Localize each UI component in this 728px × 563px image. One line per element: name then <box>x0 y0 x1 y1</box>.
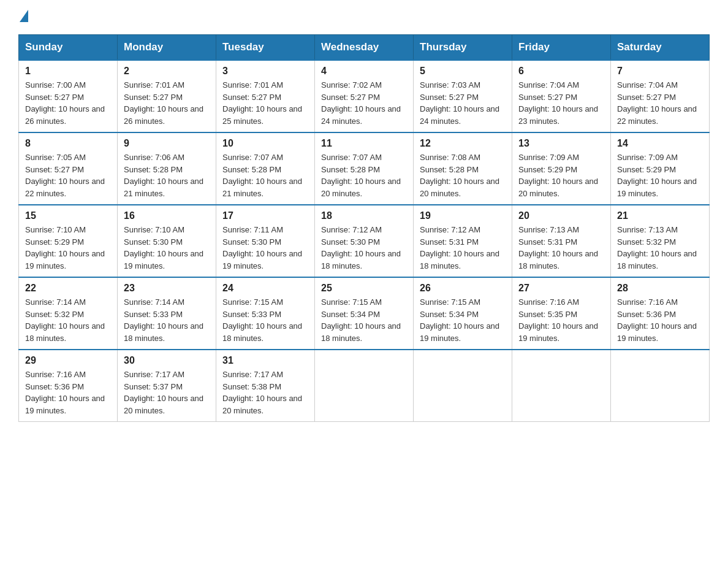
calendar-cell <box>315 350 414 422</box>
day-number: 27 <box>518 283 604 294</box>
day-number: 8 <box>25 138 111 149</box>
day-info: Sunrise: 7:01 AM Sunset: 5:27 PM Dayligh… <box>124 79 210 127</box>
day-number: 29 <box>25 355 111 366</box>
col-sunday: Sunday <box>19 35 118 61</box>
day-number: 2 <box>124 66 210 77</box>
day-number: 1 <box>25 66 111 77</box>
day-number: 13 <box>518 138 604 149</box>
day-info: Sunrise: 7:05 AM Sunset: 5:27 PM Dayligh… <box>25 151 111 199</box>
day-number: 3 <box>222 66 308 77</box>
day-number: 24 <box>222 283 308 294</box>
calendar-cell: 16 Sunrise: 7:10 AM Sunset: 5:30 PM Dayl… <box>118 205 216 277</box>
col-saturday: Saturday <box>611 35 710 61</box>
day-info: Sunrise: 7:09 AM Sunset: 5:29 PM Dayligh… <box>617 151 703 199</box>
day-number: 31 <box>222 355 308 366</box>
day-info: Sunrise: 7:15 AM Sunset: 5:33 PM Dayligh… <box>222 296 308 344</box>
calendar-cell: 30 Sunrise: 7:17 AM Sunset: 5:37 PM Dayl… <box>118 350 216 422</box>
calendar-cell: 29 Sunrise: 7:16 AM Sunset: 5:36 PM Dayl… <box>19 350 118 422</box>
day-number: 10 <box>222 138 308 149</box>
day-number: 26 <box>420 283 506 294</box>
day-number: 6 <box>518 66 604 77</box>
day-info: Sunrise: 7:15 AM Sunset: 5:34 PM Dayligh… <box>321 296 407 344</box>
calendar-cell: 25 Sunrise: 7:15 AM Sunset: 5:34 PM Dayl… <box>315 277 414 350</box>
day-number: 9 <box>124 138 210 149</box>
day-number: 21 <box>617 210 703 221</box>
calendar-cell: 13 Sunrise: 7:09 AM Sunset: 5:29 PM Dayl… <box>512 132 611 205</box>
calendar-cell: 14 Sunrise: 7:09 AM Sunset: 5:29 PM Dayl… <box>611 132 710 205</box>
calendar-cell: 17 Sunrise: 7:11 AM Sunset: 5:30 PM Dayl… <box>216 205 315 277</box>
day-info: Sunrise: 7:13 AM Sunset: 5:32 PM Dayligh… <box>617 224 703 272</box>
calendar-cell: 12 Sunrise: 7:08 AM Sunset: 5:28 PM Dayl… <box>414 132 512 205</box>
calendar-cell: 8 Sunrise: 7:05 AM Sunset: 5:27 PM Dayli… <box>19 132 118 205</box>
calendar-cell: 2 Sunrise: 7:01 AM Sunset: 5:27 PM Dayli… <box>118 60 216 132</box>
calendar-cell: 19 Sunrise: 7:12 AM Sunset: 5:31 PM Dayl… <box>414 205 512 277</box>
day-info: Sunrise: 7:01 AM Sunset: 5:27 PM Dayligh… <box>222 79 308 127</box>
calendar-cell: 26 Sunrise: 7:15 AM Sunset: 5:34 PM Dayl… <box>414 277 512 350</box>
day-number: 30 <box>124 355 210 366</box>
col-thursday: Thursday <box>414 35 512 61</box>
header-row: Sunday Monday Tuesday Wednesday Thursday… <box>19 35 710 61</box>
day-info: Sunrise: 7:17 AM Sunset: 5:38 PM Dayligh… <box>222 369 308 416</box>
day-info: Sunrise: 7:03 AM Sunset: 5:27 PM Dayligh… <box>420 79 506 127</box>
calendar-cell: 9 Sunrise: 7:06 AM Sunset: 5:28 PM Dayli… <box>118 132 216 205</box>
col-tuesday: Tuesday <box>216 35 315 61</box>
header-area <box>18 12 710 23</box>
day-info: Sunrise: 7:16 AM Sunset: 5:35 PM Dayligh… <box>518 296 604 344</box>
day-number: 16 <box>124 210 210 221</box>
day-info: Sunrise: 7:08 AM Sunset: 5:28 PM Dayligh… <box>420 151 506 199</box>
day-number: 23 <box>124 283 210 294</box>
day-info: Sunrise: 7:12 AM Sunset: 5:30 PM Dayligh… <box>321 224 407 272</box>
day-number: 22 <box>25 283 111 294</box>
day-info: Sunrise: 7:07 AM Sunset: 5:28 PM Dayligh… <box>321 151 407 199</box>
day-number: 25 <box>321 283 407 294</box>
calendar-cell: 5 Sunrise: 7:03 AM Sunset: 5:27 PM Dayli… <box>414 60 512 132</box>
day-info: Sunrise: 7:12 AM Sunset: 5:31 PM Dayligh… <box>420 224 506 272</box>
calendar-cell: 6 Sunrise: 7:04 AM Sunset: 5:27 PM Dayli… <box>512 60 611 132</box>
calendar-cell: 31 Sunrise: 7:17 AM Sunset: 5:38 PM Dayl… <box>216 350 315 422</box>
day-number: 28 <box>617 283 703 294</box>
day-info: Sunrise: 7:10 AM Sunset: 5:30 PM Dayligh… <box>124 224 210 272</box>
col-friday: Friday <box>512 35 611 61</box>
day-info: Sunrise: 7:09 AM Sunset: 5:29 PM Dayligh… <box>518 151 604 199</box>
day-info: Sunrise: 7:04 AM Sunset: 5:27 PM Dayligh… <box>617 79 703 127</box>
day-number: 15 <box>25 210 111 221</box>
week-row-2: 8 Sunrise: 7:05 AM Sunset: 5:27 PM Dayli… <box>19 132 710 205</box>
calendar-cell: 22 Sunrise: 7:14 AM Sunset: 5:32 PM Dayl… <box>19 277 118 350</box>
calendar-cell: 10 Sunrise: 7:07 AM Sunset: 5:28 PM Dayl… <box>216 132 315 205</box>
day-info: Sunrise: 7:10 AM Sunset: 5:29 PM Dayligh… <box>25 224 111 272</box>
day-info: Sunrise: 7:16 AM Sunset: 5:36 PM Dayligh… <box>617 296 703 344</box>
day-info: Sunrise: 7:13 AM Sunset: 5:31 PM Dayligh… <box>518 224 604 272</box>
calendar-cell: 23 Sunrise: 7:14 AM Sunset: 5:33 PM Dayl… <box>118 277 216 350</box>
week-row-3: 15 Sunrise: 7:10 AM Sunset: 5:29 PM Dayl… <box>19 205 710 277</box>
col-wednesday: Wednesday <box>315 35 414 61</box>
day-number: 7 <box>617 66 703 77</box>
day-info: Sunrise: 7:14 AM Sunset: 5:33 PM Dayligh… <box>124 296 210 344</box>
day-info: Sunrise: 7:06 AM Sunset: 5:28 PM Dayligh… <box>124 151 210 199</box>
calendar-cell: 18 Sunrise: 7:12 AM Sunset: 5:30 PM Dayl… <box>315 205 414 277</box>
calendar-cell <box>512 350 611 422</box>
calendar-cell <box>414 350 512 422</box>
day-info: Sunrise: 7:00 AM Sunset: 5:27 PM Dayligh… <box>25 79 111 127</box>
col-monday: Monday <box>118 35 216 61</box>
day-info: Sunrise: 7:04 AM Sunset: 5:27 PM Dayligh… <box>518 79 604 127</box>
day-info: Sunrise: 7:15 AM Sunset: 5:34 PM Dayligh… <box>420 296 506 344</box>
day-number: 18 <box>321 210 407 221</box>
day-info: Sunrise: 7:17 AM Sunset: 5:37 PM Dayligh… <box>124 369 210 416</box>
day-number: 5 <box>420 66 506 77</box>
calendar-cell: 15 Sunrise: 7:10 AM Sunset: 5:29 PM Dayl… <box>19 205 118 277</box>
calendar-cell: 11 Sunrise: 7:07 AM Sunset: 5:28 PM Dayl… <box>315 132 414 205</box>
calendar-cell: 1 Sunrise: 7:00 AM Sunset: 5:27 PM Dayli… <box>19 60 118 132</box>
week-row-5: 29 Sunrise: 7:16 AM Sunset: 5:36 PM Dayl… <box>19 350 710 422</box>
logo-area <box>18 12 29 23</box>
calendar-table: Sunday Monday Tuesday Wednesday Thursday… <box>18 34 710 422</box>
day-number: 14 <box>617 138 703 149</box>
week-row-1: 1 Sunrise: 7:00 AM Sunset: 5:27 PM Dayli… <box>19 60 710 132</box>
calendar-cell: 4 Sunrise: 7:02 AM Sunset: 5:27 PM Dayli… <box>315 60 414 132</box>
day-number: 17 <box>222 210 308 221</box>
day-number: 11 <box>321 138 407 149</box>
calendar-cell: 24 Sunrise: 7:15 AM Sunset: 5:33 PM Dayl… <box>216 277 315 350</box>
day-info: Sunrise: 7:02 AM Sunset: 5:27 PM Dayligh… <box>321 79 407 127</box>
day-info: Sunrise: 7:14 AM Sunset: 5:32 PM Dayligh… <box>25 296 111 344</box>
day-number: 19 <box>420 210 506 221</box>
calendar-cell: 28 Sunrise: 7:16 AM Sunset: 5:36 PM Dayl… <box>611 277 710 350</box>
